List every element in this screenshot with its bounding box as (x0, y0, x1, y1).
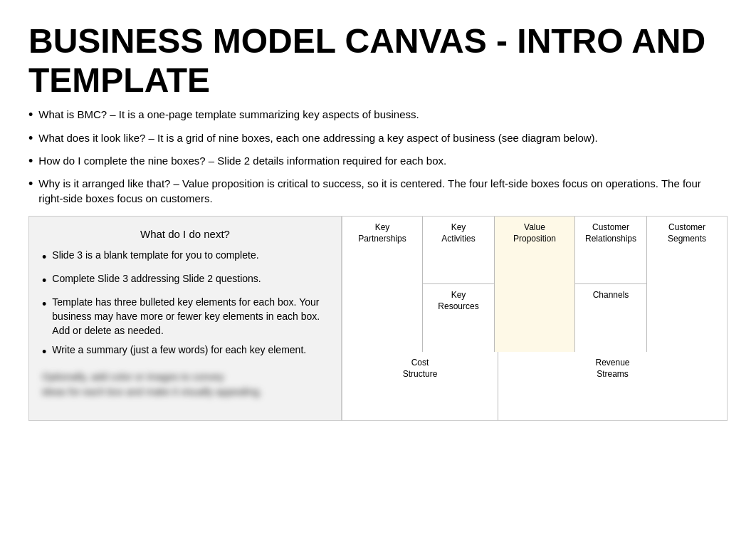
page-title: BUSINESS MODEL CANVAS - INTRO AND TEMPLA… (28, 21, 728, 100)
left-panel-heading: What do I do next? (42, 228, 328, 240)
canvas-top-row: Key Partnerships Key Activities Key Reso… (342, 217, 727, 352)
bullet-2: What does it look like? – It is a grid o… (28, 130, 728, 147)
left-panel: What do I do next? Slide 3 is a blank te… (28, 216, 342, 421)
cell-customer-relationships: Customer Relationships (575, 217, 646, 284)
main-content: What do I do next? Slide 3 is a blank te… (28, 216, 728, 421)
left-panel-item-3: Template has three bulleted key elements… (42, 296, 328, 338)
cell-revenue-streams: Revenue Streams (498, 352, 727, 420)
left-panel-item-4: Write a summary (just a few words) for e… (42, 343, 328, 361)
left-panel-item-1: Slide 3 is a blank template for you to c… (42, 249, 328, 266)
canvas-bottom-row: Cost Structure Revenue Streams (342, 352, 727, 420)
canvas-grid: Key Partnerships Key Activities Key Reso… (342, 216, 728, 421)
blurred-text: Optionally, add color or images to conve… (42, 370, 328, 400)
cell-channels: Channels (575, 284, 646, 352)
bullet-1: What is BMC? – It is a one-page template… (28, 107, 728, 124)
cell-cost-structure: Cost Structure (342, 352, 498, 420)
left-panel-item-2: Complete Slide 3 addressing Slide 2 ques… (42, 272, 328, 290)
bullet-3: How do I complete the nine boxes? – Slid… (28, 153, 728, 170)
left-panel-list: Slide 3 is a blank template for you to c… (42, 249, 328, 361)
intro-bullets: What is BMC? – It is a one-page template… (28, 107, 728, 206)
cell-key-partnerships: Key Partnerships (342, 217, 423, 352)
cell-key-activities: Key Activities (423, 217, 494, 284)
cell-key-resources: Key Resources (423, 284, 494, 352)
bullet-4: Why is it arranged like that? – Value pr… (28, 176, 728, 206)
cell-customer-segments: Customer Segments (647, 217, 727, 352)
cell-value-proposition: Value Proposition (495, 217, 575, 352)
